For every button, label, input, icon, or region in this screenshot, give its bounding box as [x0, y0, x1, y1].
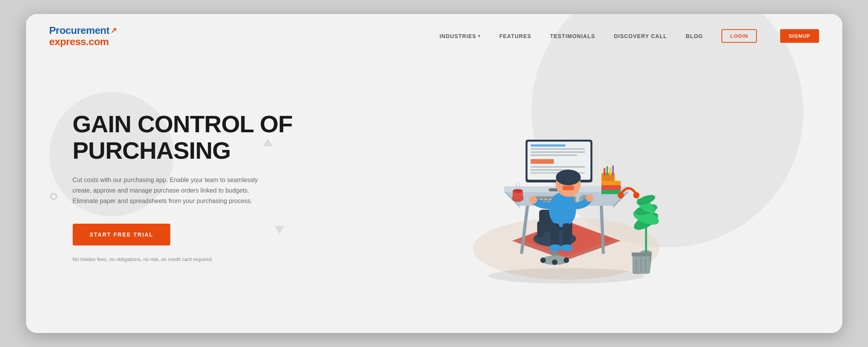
nav-item-industries[interactable]: INDUSTRIES ▾ [440, 33, 481, 39]
chevron-down-icon: ▾ [478, 34, 480, 38]
svg-rect-25 [544, 198, 547, 200]
hero-description: Cut costs with our purchasing app. Enabl… [73, 175, 275, 207]
page-wrapper: Procurement↗ express.com INDUSTRIES ▾ FE… [26, 14, 842, 333]
login-button[interactable]: LOGIN [721, 29, 756, 43]
svg-point-44 [549, 192, 576, 227]
svg-point-52 [549, 244, 561, 251]
svg-point-65 [513, 189, 523, 193]
nav-link-industries[interactable]: INDUSTRIES ▾ [440, 33, 481, 39]
svg-point-66 [618, 192, 624, 198]
svg-rect-16 [531, 154, 577, 156]
nav-item-discovery-call[interactable]: DISCOVERY CALL [614, 33, 667, 40]
svg-point-81 [489, 268, 644, 284]
nav-item-features[interactable]: FEATURES [499, 33, 531, 40]
svg-rect-26 [548, 198, 552, 200]
nav-link-features[interactable]: FEATURES [499, 33, 531, 39]
main-nav: Procurement↗ express.com INDUSTRIES ▾ FE… [26, 14, 842, 58]
hero-title-line2: PURCHASING [73, 137, 231, 164]
svg-point-46 [556, 170, 581, 185]
svg-rect-47 [562, 186, 574, 190]
svg-point-49 [586, 194, 594, 202]
svg-point-48 [529, 196, 537, 204]
no-fees-text: No hidden fees, no obligations, no risk,… [73, 256, 314, 262]
hero-content: GAIN CONTROL OF PURCHASING Cut costs wit… [73, 111, 314, 262]
illustration-svg [450, 85, 683, 287]
svg-rect-15 [531, 151, 585, 153]
svg-rect-17 [531, 159, 554, 164]
svg-point-41 [540, 258, 546, 263]
nav-link-blog[interactable]: BLOG [686, 33, 703, 39]
hero-section: GAIN CONTROL OF PURCHASING Cut costs wit… [26, 58, 842, 315]
logo-text-procurement: Procurement [49, 25, 110, 36]
logo-text-express: express.com [49, 36, 117, 47]
hero-title-line1: GAIN CONTROL OF [73, 110, 293, 137]
nav-links: INDUSTRIES ▾ FEATURES TESTIMONIALS DISCO… [440, 29, 819, 43]
svg-point-67 [633, 192, 639, 198]
svg-point-43 [564, 258, 569, 263]
svg-rect-37 [537, 221, 543, 237]
svg-rect-77 [632, 252, 651, 256]
nav-link-discovery-call[interactable]: DISCOVERY CALL [614, 33, 667, 39]
hero-illustration [314, 85, 819, 287]
nav-item-blog[interactable]: BLOG [686, 33, 703, 40]
nav-item-testimonials[interactable]: TESTIMONIALS [550, 33, 595, 40]
svg-rect-60 [601, 189, 621, 194]
svg-point-53 [561, 244, 573, 251]
logo-arrow-icon: ↗ [110, 26, 117, 35]
svg-rect-62 [601, 181, 621, 185]
svg-rect-24 [540, 198, 543, 200]
svg-point-42 [552, 259, 557, 265]
desk-scene [450, 85, 683, 287]
nav-link-testimonials[interactable]: TESTIMONIALS [550, 33, 595, 39]
svg-rect-61 [601, 185, 621, 190]
nav-label-industries: INDUSTRIES [440, 33, 477, 39]
start-free-trial-button[interactable]: START FREE TRIAL [73, 224, 171, 245]
svg-rect-50 [551, 223, 559, 247]
svg-rect-18 [531, 166, 585, 168]
svg-rect-13 [531, 144, 566, 147]
logo-procurement: Procurement↗ [49, 25, 117, 36]
svg-line-4 [601, 206, 603, 252]
signup-button[interactable]: SIGNUP [780, 29, 819, 43]
hero-title: GAIN CONTROL OF PURCHASING [73, 111, 314, 164]
logo[interactable]: Procurement↗ express.com [49, 25, 117, 47]
svg-rect-51 [562, 223, 571, 247]
svg-rect-14 [531, 148, 585, 150]
nav-item-signup[interactable]: SIGNUP [775, 29, 819, 43]
nav-item-login[interactable]: LOGIN [721, 29, 756, 43]
browser-frame: Procurement↗ express.com INDUSTRIES ▾ FE… [26, 14, 842, 333]
